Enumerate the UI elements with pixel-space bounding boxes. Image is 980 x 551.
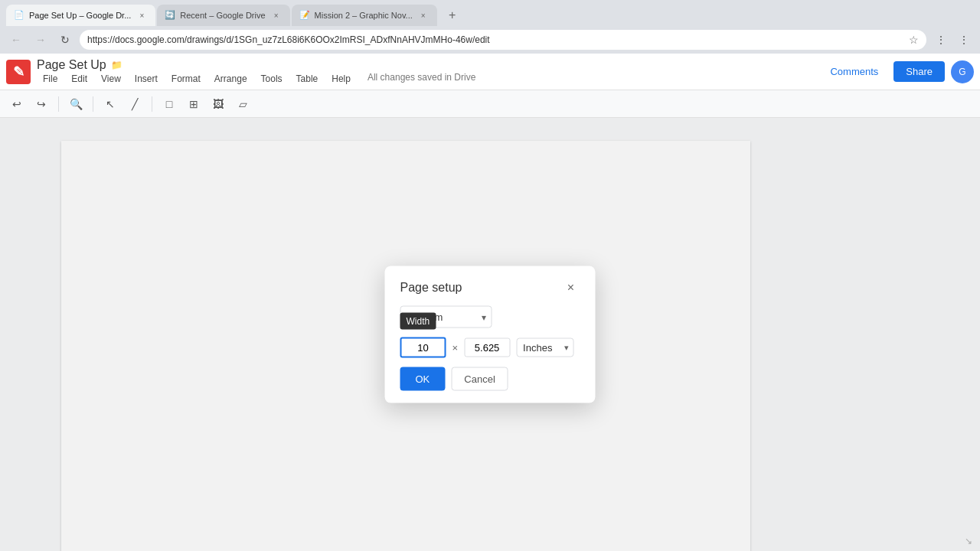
preset-select-wrapper: Custom Standard (4:3) Widescreen (16:9) … bbox=[400, 306, 492, 328]
dialog-header: Page setup × bbox=[385, 266, 596, 306]
menu-bar: File Edit View Insert Format Arrange Too… bbox=[37, 72, 475, 86]
url-display: https://docs.google.com/drawings/d/1SGn_… bbox=[87, 34, 904, 45]
unit-select[interactable]: Inches Centimeters Points Pixels bbox=[516, 338, 573, 357]
omnibar-row: ← → ↻ https://docs.google.com/drawings/d… bbox=[0, 26, 980, 54]
ok-button[interactable]: OK bbox=[400, 367, 446, 391]
tab-favicon-3: 📝 bbox=[299, 10, 310, 21]
tab-close-2[interactable]: × bbox=[270, 9, 283, 21]
menu-view[interactable]: View bbox=[95, 72, 127, 86]
browser-toolbar-right: ⋮ ⋮ bbox=[931, 30, 974, 50]
user-avatar[interactable]: G bbox=[951, 60, 974, 83]
menu-edit[interactable]: Edit bbox=[65, 72, 93, 86]
shape-tool[interactable]: □ bbox=[158, 93, 180, 115]
scroll-indicator: ↘ bbox=[965, 536, 977, 548]
omnibox[interactable]: https://docs.google.com/drawings/d/1SGn_… bbox=[80, 30, 926, 50]
menu-tools[interactable]: Tools bbox=[255, 72, 289, 86]
dialog-title: Page setup bbox=[400, 281, 462, 295]
tab-recent-drive[interactable]: 🔄 Recent – Google Drive × bbox=[157, 5, 289, 26]
unit-select-wrapper: Inches Centimeters Points Pixels bbox=[516, 338, 573, 357]
app-header: ✎ Page Set Up 📁 File Edit View Insert Fo… bbox=[0, 54, 980, 90]
tab-favicon-2: 🔄 bbox=[165, 10, 175, 21]
refresh-button[interactable]: ↻ bbox=[55, 30, 75, 50]
menu-file[interactable]: File bbox=[37, 72, 64, 86]
preset-select[interactable]: Custom Standard (4:3) Widescreen (16:9) … bbox=[400, 306, 492, 328]
image-tool[interactable]: 🖼 bbox=[207, 93, 229, 115]
cancel-button[interactable]: Cancel bbox=[451, 367, 508, 391]
tab-favicon-1: 📄 bbox=[14, 10, 24, 21]
table-tool[interactable]: ▱ bbox=[232, 93, 253, 115]
height-input[interactable] bbox=[464, 338, 510, 357]
line-tool[interactable]: ╱ bbox=[124, 93, 145, 115]
tab-close-1[interactable]: × bbox=[136, 9, 148, 21]
tab-label-1: Page Set Up – Google Dr... bbox=[29, 11, 131, 20]
width-input[interactable] bbox=[400, 337, 446, 358]
dialog-body: Custom Standard (4:3) Widescreen (16:9) … bbox=[385, 306, 596, 403]
app-logo: ✎ bbox=[6, 60, 31, 84]
toolbar-sep-3 bbox=[152, 96, 152, 112]
menu-table[interactable]: Table bbox=[290, 72, 325, 86]
new-tab-button[interactable]: + bbox=[442, 5, 463, 26]
forward-button[interactable]: → bbox=[31, 30, 51, 50]
tab-label-2: Recent – Google Drive bbox=[180, 11, 265, 20]
folder-icon[interactable]: 📁 bbox=[111, 60, 122, 70]
saved-status: All changes saved in Drive bbox=[368, 72, 475, 86]
undo-button[interactable]: ↩ bbox=[6, 93, 28, 115]
dimension-separator: × bbox=[452, 342, 459, 354]
preset-row: Custom Standard (4:3) Widescreen (16:9) … bbox=[400, 306, 580, 328]
title-area: Page Set Up 📁 File Edit View Insert Form… bbox=[37, 58, 475, 86]
comments-button[interactable]: Comments bbox=[821, 61, 887, 82]
tab-bar: 📄 Page Set Up – Google Dr... × 🔄 Recent … bbox=[0, 0, 980, 26]
tab-label-3: Mission 2 – Graphic Nov... bbox=[315, 11, 413, 20]
dimensions-row: × Inches Centimeters Points Pixels Width bbox=[400, 337, 580, 358]
drawing-toolbar: ↩ ↪ 🔍 ↖ ╱ □ ⊞ 🖼 ▱ bbox=[0, 90, 980, 118]
menu-help[interactable]: Help bbox=[325, 72, 357, 86]
menu-insert[interactable]: Insert bbox=[129, 72, 164, 86]
zoom-button[interactable]: 🔍 bbox=[65, 93, 87, 115]
extensions-button[interactable]: ⋮ bbox=[931, 30, 951, 50]
share-button[interactable]: Share bbox=[893, 61, 945, 82]
canvas-area: Page setup × Custom Standard (4:3) Wides… bbox=[0, 118, 980, 551]
text-tool[interactable]: ⊞ bbox=[183, 93, 204, 115]
tab-page-setup[interactable]: 📄 Page Set Up – Google Dr... × bbox=[6, 5, 155, 26]
back-button[interactable]: ← bbox=[6, 30, 26, 50]
tab-mission2[interactable]: 📝 Mission 2 – Graphic Nov... × bbox=[292, 5, 437, 26]
toolbar-sep-1 bbox=[58, 96, 59, 112]
browser-chrome: 📄 Page Set Up – Google Dr... × 🔄 Recent … bbox=[0, 0, 980, 54]
menu-format[interactable]: Format bbox=[165, 72, 207, 86]
chrome-menu-button[interactable]: ⋮ bbox=[954, 30, 974, 50]
redo-button[interactable]: ↪ bbox=[31, 93, 52, 115]
dialog-actions: OK Cancel bbox=[400, 367, 580, 391]
menu-arrange[interactable]: Arrange bbox=[208, 72, 253, 86]
app-area: ✎ Page Set Up 📁 File Edit View Insert Fo… bbox=[0, 54, 980, 551]
page-setup-dialog: Page setup × Custom Standard (4:3) Wides… bbox=[385, 266, 596, 403]
dialog-close-button[interactable]: × bbox=[562, 279, 580, 297]
select-tool[interactable]: ↖ bbox=[100, 93, 121, 115]
bookmark-icon[interactable]: ☆ bbox=[909, 34, 919, 46]
toolbar-sep-2 bbox=[93, 96, 93, 112]
title-text: Page Set Up bbox=[37, 58, 106, 72]
header-right: Comments Share G bbox=[821, 60, 974, 83]
logo-icon: ✎ bbox=[13, 64, 24, 80]
app-title: Page Set Up 📁 bbox=[37, 58, 475, 72]
tab-close-3[interactable]: × bbox=[417, 9, 430, 21]
